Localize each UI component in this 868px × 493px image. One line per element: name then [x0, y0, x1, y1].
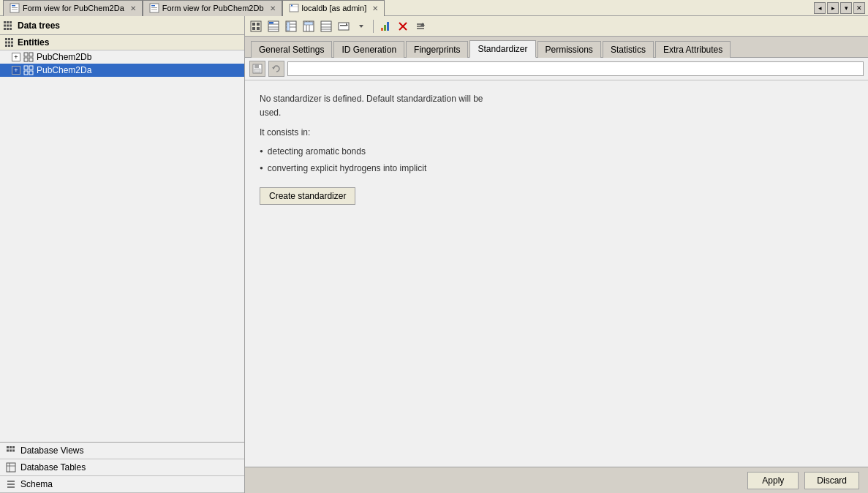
toolbar-dropdown-btn[interactable]: [353, 18, 369, 34]
title-tab-1-label: Form view for PubChem2Da: [23, 4, 124, 12]
restore-btn[interactable]: ▸: [827, 2, 839, 14]
bullet-item-2: converting explicit hydrogens into impli…: [260, 160, 853, 177]
svg-rect-16: [10, 24, 12, 26]
toolbar-separator-1: [373, 20, 374, 33]
apply-btn[interactable]: Apply: [747, 472, 799, 489]
standardizer-line1: No standardizer is defined. Default stan…: [260, 92, 853, 106]
save-icon: [252, 64, 263, 74]
bullet-list: detecting aromatic bonds converting expl…: [260, 143, 853, 177]
undo-btn[interactable]: [268, 61, 284, 77]
tab-standardizer[interactable]: Standardizer: [469, 40, 535, 58]
nav-database-tables[interactable]: Database Tables: [0, 459, 244, 476]
database-tables-icon: [6, 462, 16, 473]
expander-pubchem2da[interactable]: +: [12, 66, 20, 75]
title-tab-2-close[interactable]: ✕: [270, 4, 276, 12]
svg-rect-38: [10, 446, 12, 448]
svg-rect-52: [252, 27, 255, 30]
new-icon: [250, 20, 262, 32]
minimize-btn[interactable]: ◂: [814, 2, 826, 14]
chart-icon: [380, 20, 391, 32]
svg-rect-21: [8, 38, 10, 40]
main-toolbar: [245, 16, 868, 37]
grid-icon-pubchem2db: [23, 52, 34, 62]
svg-rect-58: [269, 22, 273, 24]
svg-rect-26: [5, 45, 7, 47]
toolbar-btn-6[interactable]: [336, 18, 352, 34]
tree-section: Entities + PubChem2Db +: [0, 35, 244, 442]
svg-rect-71: [339, 23, 349, 30]
window-close-btn[interactable]: ✕: [853, 2, 865, 14]
toolbar-btn-2[interactable]: [265, 18, 282, 34]
database-views-label: Database Views: [20, 445, 84, 456]
database-views-icon: [6, 445, 16, 456]
title-tab-1[interactable]: Form view for PubChem2Da ✕: [3, 0, 143, 16]
grid-icon-pubchem2da: [23, 65, 34, 75]
schema-icon: [6, 479, 16, 489]
toolbar-btn-3[interactable]: [283, 18, 299, 34]
title-tab-2[interactable]: Form view for PubChem2Db ✕: [143, 0, 282, 16]
nav-schema[interactable]: Schema: [0, 476, 244, 493]
toolbar-sort-btn[interactable]: [412, 18, 429, 34]
svg-rect-42: [12, 450, 15, 452]
maximize-btn[interactable]: ▾: [840, 2, 852, 14]
svg-rect-67: [321, 21, 331, 31]
svg-rect-2: [12, 7, 18, 8]
discard-btn[interactable]: Discard: [804, 472, 859, 489]
toolbar-new-btn[interactable]: [248, 18, 264, 34]
bottom-bar: Apply Discard: [245, 467, 868, 493]
content-toolbar: [245, 58, 868, 80]
svg-rect-27: [8, 45, 10, 47]
svg-rect-51: [257, 23, 260, 26]
tab-id-generation[interactable]: ID Generation: [333, 41, 404, 58]
svg-rect-14: [4, 24, 6, 26]
svg-rect-36: [29, 71, 33, 75]
pubchem2da-label: PubChem2Da: [37, 65, 91, 75]
title-bar-controls: ◂ ▸ ▾ ✕: [814, 2, 865, 14]
pubchem2db-label: PubChem2Db: [37, 52, 91, 62]
entities-header: Entities: [0, 35, 244, 50]
svg-rect-7: [151, 10, 157, 10]
tree-item-pubchem2da[interactable]: + PubChem2Da: [0, 64, 244, 77]
title-tab-1-close[interactable]: ✕: [130, 4, 136, 12]
toolbar-icon-6: [338, 20, 350, 32]
title-tab-3-label: localdb [as admin]: [302, 4, 367, 12]
toolbar-chart-btn[interactable]: [377, 18, 393, 34]
tree-item-pubchem2db[interactable]: + PubChem2Db: [0, 50, 244, 64]
data-trees-label: Data trees: [18, 20, 60, 31]
svg-rect-12: [7, 21, 9, 23]
title-tab-3-close[interactable]: ✕: [372, 4, 378, 12]
tab-fingerprints[interactable]: Fingerprints: [406, 41, 468, 58]
svg-rect-25: [11, 42, 13, 44]
entities-icon: [4, 37, 15, 48]
standardizer-info: No standardizer is defined. Default stan…: [260, 92, 853, 177]
svg-rect-77: [387, 22, 389, 31]
svg-rect-32: [29, 58, 33, 61]
svg-rect-62: [287, 22, 290, 31]
content-search-input[interactable]: [287, 61, 864, 76]
svg-rect-18: [7, 28, 9, 30]
sort-icon: [415, 21, 426, 31]
save-btn[interactable]: [249, 61, 265, 77]
create-standardizer-btn[interactable]: Create standardizer: [260, 187, 355, 205]
nav-database-views[interactable]: Database Views: [0, 443, 244, 459]
tab-general-settings[interactable]: General Settings: [251, 41, 332, 58]
svg-rect-19: [10, 28, 12, 30]
standardizer-line3: It consists in:: [260, 126, 853, 140]
tab-permissions[interactable]: Permissions: [537, 41, 601, 58]
title-tab-3[interactable]: localdb [as admin] ✕: [282, 0, 385, 16]
toolbar-delete-btn[interactable]: [395, 18, 411, 34]
svg-rect-20: [5, 38, 7, 40]
expander-pubchem2db[interactable]: +: [12, 53, 20, 61]
svg-rect-41: [10, 450, 12, 452]
toolbar-btn-5[interactable]: [318, 18, 334, 34]
svg-rect-8: [290, 4, 298, 12]
data-trees-icon: [3, 20, 13, 31]
svg-rect-11: [4, 21, 6, 23]
tab-statistics[interactable]: Statistics: [603, 41, 654, 58]
svg-rect-76: [384, 25, 386, 31]
toolbar-icon-5: [320, 20, 332, 32]
svg-rect-6: [151, 7, 157, 8]
svg-rect-13: [10, 21, 12, 23]
tab-extra-attributes[interactable]: Extra Attributes: [655, 41, 731, 58]
toolbar-btn-4[interactable]: [301, 18, 317, 34]
